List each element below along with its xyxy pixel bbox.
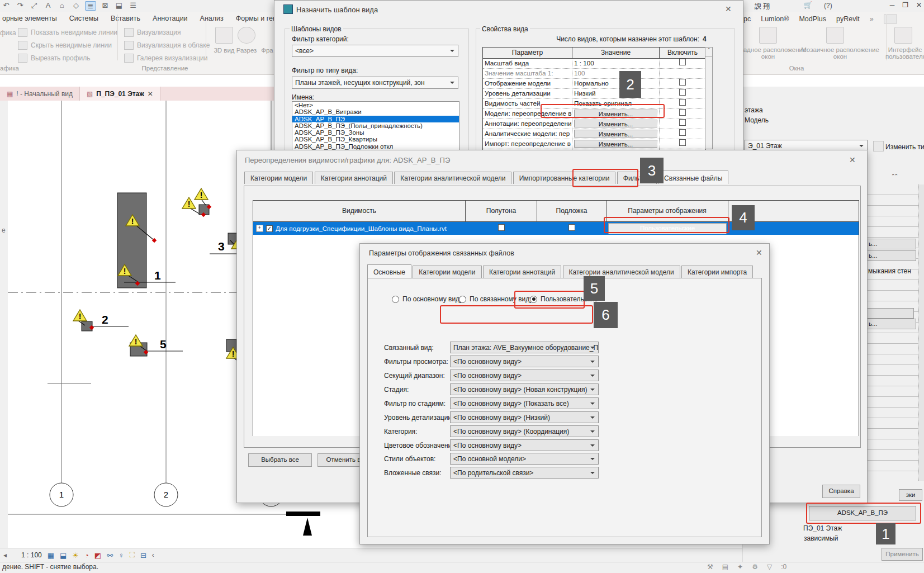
temporary-hide-icon[interactable]: ♀ [119,551,124,560]
expand-icon[interactable]: + [256,225,263,232]
checkbox-icon[interactable] [679,139,686,146]
edit-button-fragment[interactable]: ь... [866,250,916,261]
tab-pc-fragment[interactable]: pc [743,15,751,23]
section-icon[interactable]: ◇ [71,1,81,11]
cart-icon[interactable]: 🛒 [804,1,812,9]
visual-style-icon[interactable]: ⬓ [60,551,67,560]
checkbox-icon[interactable] [679,99,686,106]
warning-icon[interactable]: ! [182,197,196,209]
value-cell[interactable]: Нормально [572,79,660,88]
list-item[interactable]: ADSK_АР_В_ПЭ_Подложки откл [292,143,459,150]
dialog-close-icon[interactable]: ✕ [756,248,762,257]
tab-model-categories[interactable]: Категории модели [244,172,313,184]
annotation-number[interactable]: 5 [160,338,167,351]
equipment-block-small[interactable] [82,321,92,331]
edit-analytical-override-button[interactable]: Изменить... [574,130,657,138]
render-in-cloud-button[interactable]: Визуализация в облаке [124,41,210,50]
radio-by-host-view[interactable]: По основному виду [392,295,463,303]
table-scrollbar[interactable]: ⌃ [705,47,713,149]
crop-button-fragment[interactable]: зки [899,489,922,501]
tab-analyze[interactable]: Анализ [200,15,224,22]
minimize-button[interactable]: ─ [890,1,895,9]
detail-level-icon[interactable]: ▦ [48,551,54,560]
redo-icon[interactable]: ↷ [15,1,25,11]
editable-only-icon[interactable]: ⚙ [752,563,758,571]
select-all-button[interactable]: Выбрать все [248,453,312,467]
exclude-options-icon[interactable]: ✦ [737,563,743,571]
list-item[interactable]: ADSK_АР_В_ПЭ_(Полы_принадлежность) [292,122,459,129]
viewbar-more-icon[interactable]: ‹ [152,551,154,559]
help-button[interactable]: Справка [822,485,860,498]
phase-select[interactable]: <По основному виду> (Новая конструкция) [450,383,599,395]
sun-path-icon[interactable]: ☀ [72,551,79,560]
cut-profile-button[interactable]: Вырезать профиль [18,54,90,63]
tab-insert[interactable]: Вставить [111,15,140,22]
view-scale[interactable]: 1 : 100 [21,551,42,559]
section-view-label[interactable]: Разрез [234,47,259,54]
view-filters-select[interactable]: <По основному виду> [450,356,599,367]
tab-analytical-categories[interactable]: Категории аналитической модели [563,266,680,278]
section-view-icon[interactable] [238,27,255,44]
customize-qat-icon[interactable]: ☰ [128,1,138,11]
warning-icon[interactable]: ! [129,335,143,346]
user-interface-icon[interactable] [894,27,912,44]
reveal-hidden-icon[interactable]: ⛶ [130,551,135,560]
measure-icon[interactable]: ⤢ [29,1,39,11]
radio-icon[interactable] [392,296,399,303]
value-cell[interactable]: Низкий [572,89,660,98]
filter-icon[interactable]: ▽ [767,563,772,571]
view-tab-plan[interactable]: ▧ П_ПЭ_01 Этаж ✕ [80,87,160,101]
close-hidden-windows-icon[interactable]: ⊠ [100,1,110,11]
section-mark-bar[interactable] [286,512,320,516]
worksets-icon[interactable]: ⚒ [707,563,713,571]
hide-hidden-lines-button[interactable]: Скрыть невидимые линии [18,41,112,50]
phase-filter-select[interactable]: <По основному виду> (Показать все) [450,397,599,409]
tab-systems[interactable]: Системы [69,15,98,22]
tab-linked-files[interactable]: Связанные файлы [658,171,728,184]
checkbox-icon[interactable] [679,109,686,116]
checkbox-icon[interactable] [679,59,686,65]
show-hidden-lines-button[interactable]: Показать невидимые линии [18,28,117,37]
tab-basics[interactable]: Основные [367,264,411,278]
switch-windows-icon[interactable]: ⬓ [114,1,124,11]
color-scheme-select[interactable]: <По основному виду> [450,439,599,451]
cascade-windows-icon[interactable] [759,27,777,44]
undo-icon[interactable]: ↶ [1,1,11,11]
edit-button-fragment[interactable]: ь... [866,239,916,249]
detail-level-select[interactable]: <По основному виду> (Низкий) [450,411,599,423]
tab-structural-fragment[interactable]: орные элементы [2,15,57,22]
worksharing-display-icon[interactable]: ⊟ [140,551,146,560]
view-range-select[interactable]: <По основному виду> [450,370,599,381]
edit-type-icon[interactable] [873,141,884,151]
linked-view-select[interactable]: План этажа: AVE_Вакуумное оборудование_П… [450,342,599,353]
edit-type-button[interactable]: Изменить тип [885,143,924,151]
checkbox-icon[interactable] [679,89,686,96]
shadows-off-icon[interactable]: ◔ [84,551,89,560]
default-3d-view-icon[interactable]: ⌂ [57,1,67,11]
dialog-close-icon[interactable]: ✕ [849,155,856,164]
tab-import-categories[interactable]: Категории импорта [681,266,753,278]
checkbox-icon[interactable] [679,129,686,136]
restore-button[interactable]: ❐ [902,1,908,9]
list-item[interactable]: ADSK_АР_В_Витражи [292,108,459,115]
design-options-icon[interactable]: ▤ [722,563,728,571]
annotation-number[interactable]: 2 [102,313,108,326]
warning-icon[interactable]: ! [195,188,208,200]
tab-modplus[interactable]: ModPlus [799,15,826,23]
palette-scrollbar[interactable] [918,184,924,481]
thin-lines-icon[interactable]: ≣ [85,1,96,11]
annotation-number[interactable]: 1 [154,269,161,282]
tab-lumion[interactable]: Lumion® [761,15,789,23]
section-mark-arrow[interactable] [303,518,312,536]
halftone-checkbox[interactable] [498,224,505,231]
tab-model-categories[interactable]: Категории модели [413,266,481,278]
edit-button-fragment[interactable]: ь... [866,319,916,329]
radio-icon[interactable] [459,296,466,303]
tab-overflow-icon[interactable]: » [870,15,874,23]
template-names-list[interactable]: <Нет> ADSK_АР_В_Витражи ADSK_АР_В_ПЭ ADS… [292,101,459,150]
render-gallery-button[interactable]: Галерея визуализации [124,54,208,63]
3d-view-label[interactable]: 3D вид [212,47,236,54]
checkbox-icon[interactable] [679,79,686,86]
type-filter-select[interactable]: Планы этажей, несущих конструкций, зон [292,77,458,89]
callout-fragment-label[interactable]: Фра [260,47,274,54]
